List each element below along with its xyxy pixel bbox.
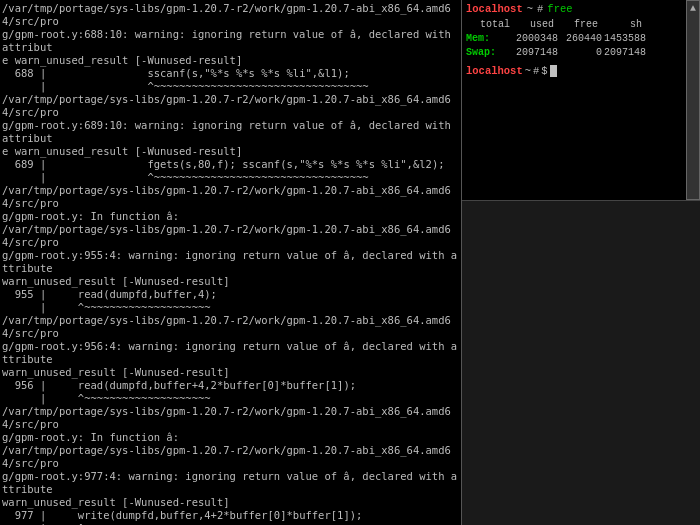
swap-free: 2097148 — [602, 46, 646, 60]
free-command-panel: localhost ~ # free total used free sh Me… — [462, 0, 700, 200]
right-panel: localhost ~ # free total used free sh Me… — [462, 0, 700, 525]
swap-row: Swap: 2097148 0 2097148 — [466, 46, 682, 60]
col-used: used — [510, 18, 554, 32]
free-title-row: localhost ~ # free — [466, 2, 682, 16]
col-shared: sh — [598, 18, 642, 32]
bottom-right-empty — [462, 200, 700, 525]
hash-label: # — [537, 2, 543, 16]
swap-total: 2097148 — [514, 46, 558, 60]
second-prompt-row: localhost ~ # $ — [466, 64, 682, 78]
mem-row: Mem: 2000348 260440 1453588 — [466, 32, 682, 46]
scrollbar-right[interactable]: ▲ — [686, 0, 700, 200]
compiler-output: /var/tmp/portage/sys-libs/gpm-1.20.7-r2/… — [2, 2, 459, 525]
scroll-up-arrow[interactable]: ▲ — [690, 3, 696, 14]
hash2: # — [533, 64, 539, 78]
free-header: total used free sh — [466, 18, 682, 32]
mem-label: Mem: — [466, 32, 514, 46]
swap-used: 0 — [558, 46, 602, 60]
prompt-symbol: $ — [541, 64, 547, 78]
tilde2: ~ — [525, 64, 531, 78]
col-total: total — [466, 18, 510, 32]
col-free: free — [554, 18, 598, 32]
free-output: localhost ~ # free total used free sh Me… — [462, 0, 686, 200]
mem-used: 260440 — [558, 32, 602, 46]
hostname2-label: localhost — [466, 64, 523, 78]
tilde-label: ~ — [527, 2, 533, 16]
mem-total: 2000348 — [514, 32, 558, 46]
hostname-label: localhost — [466, 2, 523, 16]
cursor — [550, 65, 557, 77]
mem-free: 1453588 — [602, 32, 646, 46]
swap-label: Swap: — [466, 46, 514, 60]
terminal-output: /var/tmp/portage/sys-libs/gpm-1.20.7-r2/… — [0, 0, 462, 525]
free-command-label: free — [547, 2, 572, 16]
